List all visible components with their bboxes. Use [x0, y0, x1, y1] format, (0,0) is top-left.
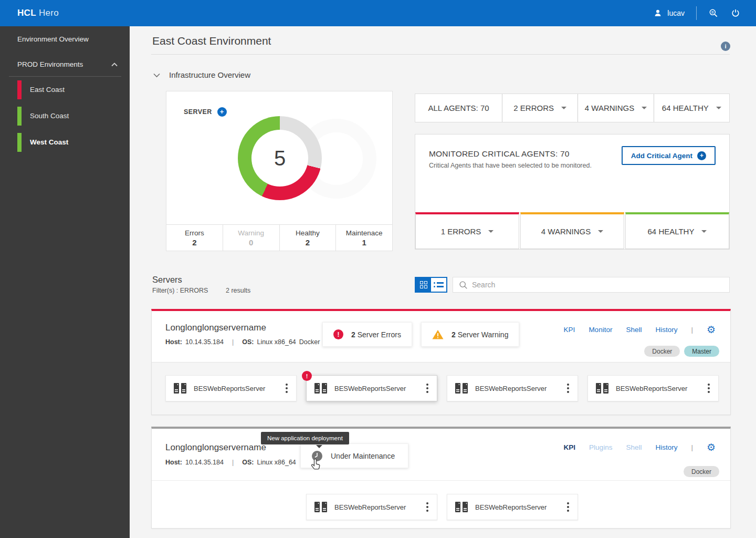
info-icon[interactable]: i	[721, 42, 730, 51]
shell-link: Shell	[626, 443, 642, 451]
agent-area: BESWebReportsServer ! BESWebReportsServe…	[152, 362, 730, 415]
agents-errors-dropdown[interactable]: 2 ERRORS	[502, 94, 578, 122]
kebab-menu-icon[interactable]	[707, 381, 711, 395]
sidebar-item-label: South Coast	[30, 103, 69, 129]
sidebar-item-west-coast[interactable]: West Coast	[0, 129, 130, 156]
chevron-down-icon	[153, 73, 161, 78]
search-input[interactable]	[472, 277, 724, 292]
add-server-icon[interactable]: +	[217, 107, 227, 117]
tile-label: 4 WARNINGS	[541, 227, 591, 236]
all-agents-label: ALL AGENTS: 70	[415, 94, 502, 122]
server-donut[interactable]: 5	[238, 116, 322, 200]
search-log-icon[interactable]	[708, 8, 719, 18]
agent-area: BESWebReportsServer BESWebReportsServer	[152, 480, 730, 528]
infrastructure-overview-toggle[interactable]: Infrastructure Overview	[153, 70, 250, 79]
sidebar-group-prod-environments[interactable]: PROD Environments	[0, 57, 130, 73]
server-card-title: SERVER	[184, 108, 212, 116]
docker-tag: Docker	[684, 466, 719, 477]
power-icon[interactable]	[730, 8, 741, 18]
separator: |	[232, 338, 234, 346]
server-tags: Docker Master	[644, 346, 719, 357]
server-warning-chip[interactable]: 2 Server Warning	[421, 322, 519, 347]
agent-tile[interactable]: BESWebReportsServer	[587, 375, 719, 401]
caret-down-icon	[561, 107, 566, 109]
server-rack-icon	[173, 382, 187, 394]
dropdown-label: 4 WARNINGS	[585, 104, 634, 112]
sidebar-item-south-coast[interactable]: South Coast	[0, 103, 130, 129]
kpi-link[interactable]: KPI	[564, 443, 576, 451]
caret-down-icon	[642, 107, 647, 109]
legend-healthy[interactable]: Healthy 2	[280, 225, 337, 251]
legend-value: 0	[249, 238, 253, 247]
server-actions: KPI Monitor Shell History | ⚙	[564, 325, 716, 335]
monitored-warnings-dropdown[interactable]: 4 WARNINGS	[520, 212, 624, 249]
add-critical-agent-button[interactable]: Add Critical Agent +	[622, 146, 716, 165]
agent-name: BESWebReportsServer	[616, 385, 700, 392]
user-menu[interactable]: lucav	[653, 8, 685, 18]
brand-bold: HCL	[17, 8, 36, 18]
agent-tile-error[interactable]: ! BESWebReportsServer	[306, 375, 437, 401]
maintenance-label: Under Maintenance	[331, 452, 395, 460]
legend-value: 1	[362, 238, 366, 247]
monitored-status-tiles: 1 ERRORS 4 WARNINGS 64 HEALTHY	[415, 212, 729, 249]
server-name[interactable]: Longlonglongservername	[165, 442, 266, 453]
legend-warning[interactable]: Warning 0	[223, 225, 280, 251]
caret-down-icon	[716, 107, 721, 109]
search-icon	[459, 281, 468, 289]
top-navbar: HCL Hero lucav	[0, 0, 756, 26]
agent-tile[interactable]: BESWebReportsServer	[447, 375, 578, 401]
legend-maintenance[interactable]: Maintenace 1	[336, 225, 392, 251]
sidebar-item-environment-overview[interactable]: Environment Overview	[0, 32, 130, 47]
agent-name: BESWebReportsServer	[475, 503, 559, 511]
sidebar: Environment Overview PROD Environments E…	[0, 26, 130, 538]
server-card-2: Longlonglongservername Host: 10.14.35.18…	[151, 427, 731, 529]
agents-summary-bar: ALL AGENTS: 70 2 ERRORS 4 WARNINGS 64 HE…	[415, 94, 730, 122]
user-icon	[653, 8, 663, 18]
error-count: 2	[351, 330, 355, 339]
kebab-menu-icon[interactable]	[425, 381, 429, 395]
sidebar-item-east-coast[interactable]: East Coast	[0, 77, 130, 103]
kebab-menu-icon[interactable]	[566, 500, 570, 514]
separator: |	[691, 326, 693, 334]
warning-count: 2	[452, 330, 456, 339]
navbar-divider	[696, 6, 697, 20]
agents-healthy-dropdown[interactable]: 64 HEALTHY	[654, 94, 729, 122]
view-toggle	[415, 277, 447, 293]
dropdown-label: 64 HEALTHY	[662, 104, 709, 112]
kebab-menu-icon[interactable]	[425, 500, 429, 514]
error-label: Server Errors	[358, 330, 401, 339]
docker-tag: Docker	[644, 346, 680, 357]
agent-tile[interactable]: BESWebReportsServer	[165, 375, 297, 401]
caret-down-icon	[488, 230, 494, 233]
server-tags: Docker	[684, 466, 719, 477]
list-view-button[interactable]	[431, 278, 446, 292]
server-card-1: Longlonglongservername Host: 10.14.35.18…	[151, 309, 731, 415]
server-search	[453, 277, 730, 293]
grid-view-button[interactable]	[416, 278, 431, 292]
agent-tile[interactable]: BESWebReportsServer	[306, 494, 437, 520]
donut-legend: Errors 2 Warning 0 Healthy 2 Maintenace …	[166, 224, 392, 251]
monitor-link[interactable]: Monitor	[589, 326, 612, 334]
kebab-menu-icon[interactable]	[566, 381, 570, 395]
server-name[interactable]: Longlonglongservername	[165, 323, 266, 333]
kebab-menu-icon[interactable]	[285, 381, 289, 395]
history-link[interactable]: History	[655, 443, 677, 451]
status-bar-west-coast	[17, 133, 22, 152]
kpi-link[interactable]: KPI	[564, 326, 575, 334]
agents-warnings-dropdown[interactable]: 4 WARNINGS	[578, 94, 653, 122]
gear-icon[interactable]: ⚙	[707, 442, 716, 452]
legend-value: 2	[192, 238, 196, 247]
host-value: 10.14.35.184	[185, 338, 224, 346]
legend-label: Healthy	[296, 229, 320, 237]
shell-link[interactable]: Shell	[626, 326, 642, 334]
gear-icon[interactable]: ⚙	[707, 325, 716, 335]
server-status-card: SERVER + 5 Errors 2 Warning 0 Healthy 2 …	[166, 91, 393, 251]
legend-errors[interactable]: Errors 2	[166, 225, 223, 251]
server-errors-chip[interactable]: ! 2 Server Errors	[322, 322, 412, 347]
agent-tile[interactable]: BESWebReportsServer	[447, 494, 578, 520]
legend-value: 2	[306, 238, 310, 247]
monitored-healthy-dropdown[interactable]: 64 HEALTHY	[625, 212, 729, 249]
master-tag: Master	[684, 346, 719, 357]
monitored-errors-dropdown[interactable]: 1 ERRORS	[415, 212, 519, 249]
history-link[interactable]: History	[655, 326, 677, 334]
